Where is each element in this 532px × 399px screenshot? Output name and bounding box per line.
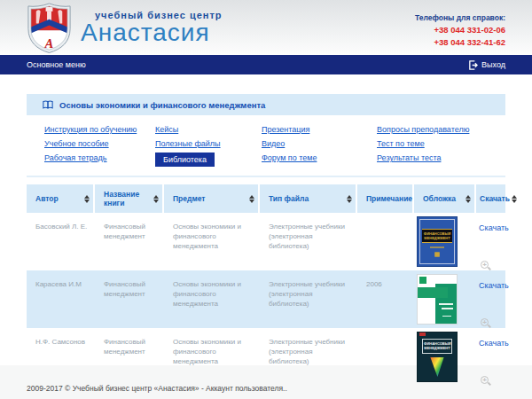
- column-header-cover[interactable]: Обложка: [414, 184, 476, 213]
- column-header-subject[interactable]: Предмет: [164, 184, 260, 213]
- phones-label: Телефоны для справок:: [415, 13, 505, 22]
- nav-link-cases[interactable]: Кейсы: [155, 125, 178, 134]
- sort-icon: [84, 195, 90, 203]
- cell-cover: ФИНАНСОВЫЙ МЕНЕДЖМЕНТ +: [414, 213, 476, 270]
- cover-prism-art: [428, 357, 446, 377]
- logout-button[interactable]: Выход: [468, 60, 505, 70]
- nav-link-workbook[interactable]: Рабочая тетрадь: [44, 153, 107, 162]
- download-link[interactable]: Скачать: [479, 339, 509, 348]
- cell-author: Н.Ф. Самсонов: [27, 328, 95, 386]
- column-header-filetype[interactable]: Тип файла: [260, 184, 357, 213]
- links-col-4: Вопросы преподавателю Тест по теме Резул…: [377, 122, 523, 168]
- sort-icon: [512, 195, 517, 203]
- table-header-row: Автор Название книги Предмет Тип файла П…: [27, 184, 505, 213]
- cell-book: Финансовый менеджмент: [95, 270, 164, 328]
- nav-link-library-active[interactable]: Библиотека: [155, 153, 215, 167]
- column-header-book[interactable]: Название книги: [95, 184, 164, 213]
- book-cover-thumbnail[interactable]: ФИНАНСОВЫЙ МЕНЕДЖМЕНТ: [417, 216, 458, 267]
- logo-shield-icon: А: [25, 3, 74, 53]
- library-table: Автор Название книги Предмет Тип файла П…: [27, 184, 505, 386]
- links-col-3: Презентация Видео Форум по теме: [262, 122, 377, 168]
- cell-cover: ФИНАНСОВЫЙ МЕНЕДЖМЕНТ +: [414, 328, 476, 386]
- sort-icon: [153, 195, 159, 203]
- main-menu-label: Основное меню: [27, 60, 86, 69]
- course-nav-links: Инструкция по обучению Учебное пособие Р…: [27, 119, 505, 174]
- nav-link-presentation[interactable]: Презентация: [262, 125, 309, 134]
- cell-book: Финансовый менеджмент: [95, 328, 164, 386]
- sort-icon: [347, 195, 352, 203]
- cell-author: Карасева И.М: [27, 270, 95, 328]
- cell-note: 2006: [357, 270, 414, 328]
- nav-link-test[interactable]: Тест по теме: [377, 139, 425, 148]
- cell-filetype: Электронные учебники (электронная библио…: [260, 213, 357, 270]
- site-header: А учебный бизнес центр Анастасия Телефон…: [0, 0, 532, 55]
- cover-title: ФИНАНСОВЫЙ МЕНЕДЖМЕНТ: [422, 229, 452, 243]
- zoom-magnifier-icon[interactable]: +: [481, 376, 489, 384]
- main-menubar: Основное меню Выход: [0, 55, 532, 74]
- brand-block: учебный бизнес центр Анастасия: [81, 10, 223, 45]
- logout-icon: [468, 60, 478, 70]
- nav-link-useful-files[interactable]: Полезные файлы: [155, 139, 221, 148]
- nav-link-textbook[interactable]: Учебное пособие: [44, 139, 109, 148]
- nav-link-instruction[interactable]: Инструкция по обучению: [44, 125, 137, 134]
- page-title: Основы экономики и финансового менеджмен…: [59, 100, 265, 110]
- cell-note: [357, 328, 414, 386]
- cell-subject: Основы экономики и финансового менеджмен…: [164, 213, 260, 270]
- download-link[interactable]: Скачать: [479, 281, 509, 290]
- cell-filetype: Электронные учебники (электронная библио…: [260, 328, 357, 386]
- cell-author: Басовский Л. Е.: [27, 213, 95, 270]
- phones-block: Телефоны для справок: +38 044 331-02-06 …: [415, 6, 505, 49]
- cell-subject: Основы экономики и финансового менеджмен…: [164, 270, 260, 328]
- zoom-magnifier-icon[interactable]: +: [481, 318, 489, 326]
- phone-number-2: +38 044 332-41-62: [415, 36, 505, 49]
- section-divider: [27, 176, 505, 177]
- brand-name: Анастасия: [81, 20, 223, 45]
- column-header-download[interactable]: Скачать: [476, 184, 505, 213]
- cover-emblem: [432, 249, 442, 259]
- sort-icon: [466, 195, 471, 203]
- table-row: Басовский Л. Е. Финансовый менеджмент Ос…: [27, 213, 505, 270]
- page-title-panel: Основы экономики и финансового менеджмен…: [27, 94, 505, 115]
- cover-title-line: МЕНЕДЖМЕНТ: [424, 346, 450, 350]
- cell-book: Финансовый менеджмент: [95, 213, 164, 270]
- table-row: Карасева И.М Финансовый менеджмент Основ…: [27, 270, 505, 328]
- nav-link-questions[interactable]: Вопросы преподавателю: [377, 125, 469, 134]
- table-row: Н.Ф. Самсонов Финансовый менеджмент Осно…: [27, 328, 505, 386]
- sort-icon: [249, 195, 254, 203]
- book-cover-thumbnail[interactable]: ФИНАНСОВЫЙ МЕНЕДЖМЕНТ: [417, 332, 458, 382]
- nav-link-test-results[interactable]: Результаты теста: [377, 153, 441, 162]
- links-col-1: Инструкция по обучению Учебное пособие Р…: [44, 122, 155, 168]
- download-link[interactable]: Скачать: [479, 223, 509, 232]
- links-col-2: Кейсы Полезные файлы Библиотека: [155, 122, 262, 168]
- book-cover-thumbnail[interactable]: [417, 274, 458, 325]
- logout-label: Выход: [481, 60, 505, 69]
- cell-subject: Основы экономики и финансового менеджмен…: [164, 328, 260, 386]
- phone-number-1: +38 044 331-02-06: [415, 24, 505, 36]
- nav-link-video[interactable]: Видео: [262, 139, 285, 148]
- copyright-text: 2009-2017 © Учебный бизнес центр «Анаста…: [27, 384, 287, 393]
- column-header-author[interactable]: Автор: [27, 184, 95, 213]
- book-icon: [43, 100, 53, 109]
- cell-note: [357, 213, 414, 270]
- cell-cover: +: [414, 270, 476, 328]
- nav-link-forum[interactable]: Форум по теме: [262, 153, 317, 162]
- cell-filetype: Электронные учебники (электронная библио…: [260, 270, 357, 328]
- content-area: Основы экономики и финансового менеджмен…: [0, 74, 532, 365]
- column-header-note[interactable]: Примечание: [357, 184, 414, 213]
- zoom-magnifier-icon[interactable]: +: [481, 261, 489, 269]
